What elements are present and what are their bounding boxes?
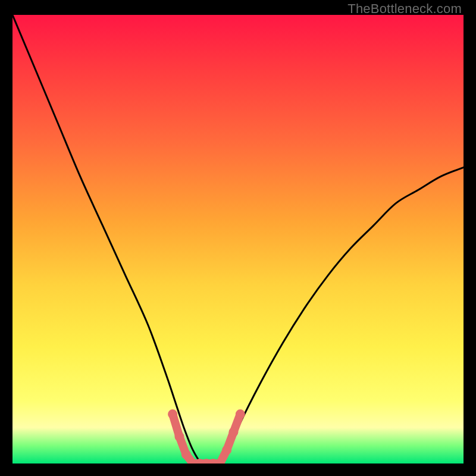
- chart-stage: TheBottleneck.com: [0, 0, 476, 476]
- optimal-range-markers: [168, 409, 245, 464]
- optimal-range-dot: [174, 432, 184, 441]
- curve-layer: [12, 15, 464, 464]
- plot-area: [12, 15, 464, 464]
- optimal-range-dot: [222, 445, 231, 455]
- optimal-range-dot: [236, 409, 245, 419]
- watermark-text: TheBottleneck.com: [347, 1, 462, 17]
- optimal-range-dot: [181, 450, 191, 459]
- optimal-range-dot: [228, 427, 238, 437]
- optimal-range-dot: [168, 409, 177, 419]
- bottleneck-curve: [12, 15, 464, 464]
